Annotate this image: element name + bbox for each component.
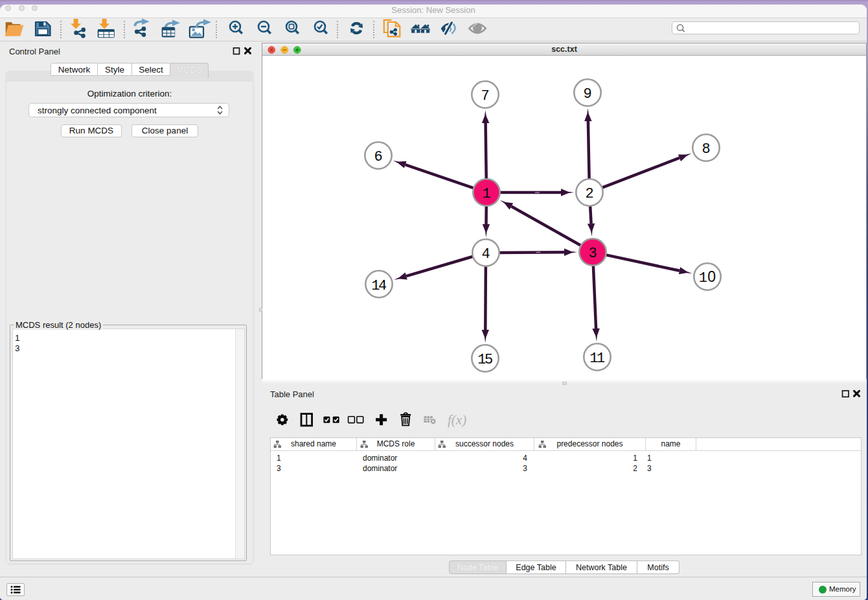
svg-text:8: 8 <box>702 141 710 157</box>
svg-text:1: 1 <box>699 270 707 286</box>
svg-text:3: 3 <box>588 246 597 262</box>
svg-text:0: 0 <box>707 268 716 285</box>
svg-text:1: 1 <box>482 186 490 202</box>
svg-text:f(x): f(x) <box>448 412 466 428</box>
svg-text:4: 4 <box>481 246 490 262</box>
svg-text:11: 11 <box>589 351 605 367</box>
svg-text:9: 9 <box>583 86 591 102</box>
svg-text:15: 15 <box>477 352 492 368</box>
svg-text:6: 6 <box>374 149 382 165</box>
svg-text:14: 14 <box>371 278 387 294</box>
svg-text:2: 2 <box>585 186 593 202</box>
svg-text:7: 7 <box>481 88 489 104</box>
